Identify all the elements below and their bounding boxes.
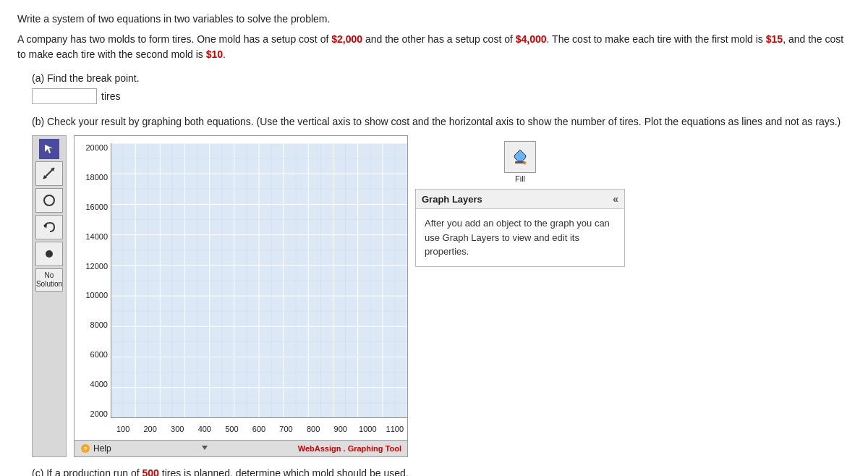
x-label-700: 700 [273,425,298,433]
svg-marker-54 [202,446,208,450]
cost-2: $4,000 [516,33,547,45]
y-label-18000: 18000 [85,173,108,182]
x-label-900: 900 [328,425,353,433]
svg-point-56 [523,161,526,164]
x-label-300: 300 [165,425,190,433]
no-solution-label: NoSolution [36,271,62,289]
x-label-200: 200 [138,425,163,433]
y-label-20000: 20000 [85,143,108,152]
x-label-400: 400 [192,425,217,433]
no-solution-button[interactable]: NoSolution [35,268,63,292]
break-point-row: tires [32,88,851,104]
y-label-2000: 2000 [90,409,108,418]
break-point-input[interactable] [32,88,97,104]
fill-area: Fill [415,135,625,183]
graph-grid [111,143,407,418]
cost-per-tire-2: $10 [206,48,223,60]
cost-1: $2,000 [331,33,362,45]
help-icon: ? [80,443,90,454]
graph-layers-header: Graph Layers « [416,190,624,209]
y-label-4000: 4000 [90,380,108,388]
right-panel: Fill Graph Layers « After you add an obj… [415,135,625,457]
webassign-brand: WebAssign [298,444,341,453]
cost-per-tire-1: $15 [766,33,783,45]
dot-tool-button[interactable] [35,242,63,266]
x-label-100: 100 [111,425,135,433]
graph-canvas[interactable]: 20000 18000 16000 14000 12000 10000 8000… [75,136,407,440]
graph-layers-close-button[interactable]: « [613,193,618,205]
select-tool-button[interactable] [39,139,59,159]
graph-area-wrapper: NoSolution 20000 18000 16000 14000 12000… [32,135,851,457]
svg-point-3 [44,195,54,205]
y-label-12000: 12000 [85,262,108,271]
help-button[interactable]: ? Help [80,443,111,454]
y-label-16000: 16000 [85,203,108,211]
y-label-8000: 8000 [90,320,108,329]
part-a-label: (a) Find the break point. [32,72,851,84]
tires-label: tires [101,90,120,102]
undo-tool-button[interactable] [35,215,63,239]
line-tool-button[interactable] [35,161,63,186]
help-label: Help [93,443,111,454]
graph-layers-panel: Graph Layers « After you add an object t… [415,189,625,267]
fill-button[interactable] [504,141,536,173]
webassign-logo: WebAssign . Graphing Tool [298,444,401,453]
y-label-6000: 6000 [90,350,108,359]
x-label-1000: 1000 [355,425,380,433]
problem-title: Write a system of two equations in two v… [17,13,851,25]
svg-point-5 [46,250,53,258]
graphing-tool-label: . Graphing Tool [344,444,401,453]
part-b-label: (b) Check your result by graphing both e… [32,114,851,129]
production-run-highlight: 500 [142,467,159,476]
x-label-500: 500 [219,425,244,433]
graph-container: 20000 18000 16000 14000 12000 10000 8000… [74,135,408,457]
x-label-600: 600 [247,425,271,433]
fill-label: Fill [515,174,525,183]
graph-layers-body: After you add an object to the graph you… [416,209,624,266]
tool-panel: NoSolution [32,135,67,457]
fill-icon [511,148,529,166]
part-c-label: (c) If a production run of 500 tires is … [32,467,851,476]
y-label-10000: 10000 [85,291,108,299]
x-label-800: 800 [301,425,326,433]
down-arrow-icon[interactable] [200,443,209,454]
graph-footer: ? Help WebAssign . Graphing Tool [75,440,407,456]
svg-marker-4 [43,224,47,229]
graph-layers-title: Graph Layers [422,194,482,205]
x-label-1100: 1100 [383,425,407,433]
svg-text:?: ? [83,446,88,453]
problem-description: A company has two molds to form tires. O… [17,32,851,62]
part-c: (c) If a production run of 500 tires is … [32,467,851,476]
circle-tool-button[interactable] [35,188,63,213]
y-label-14000: 14000 [85,232,108,241]
